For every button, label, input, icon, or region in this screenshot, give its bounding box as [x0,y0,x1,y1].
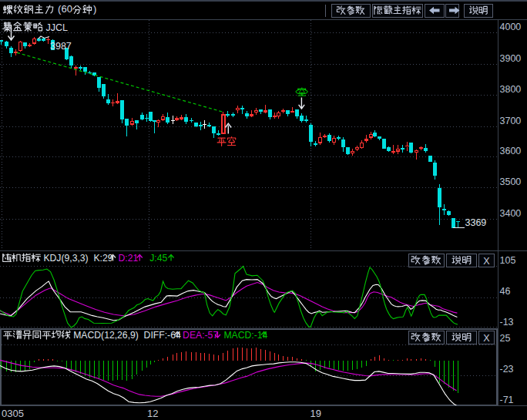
svg-text:3400: 3400 [500,208,522,219]
svg-text:3369: 3369 [465,217,487,228]
svg-text:-13: -13 [500,317,514,328]
svg-text:3600: 3600 [500,146,522,156]
svg-text:): ) [93,3,96,15]
svg-text:X: X [483,333,490,344]
svg-text:3987: 3987 [50,41,72,52]
svg-text:(60: (60 [55,3,72,15]
svg-text:KDJ(9,3,3) K:29: KDJ(9,3,3) K:29 [43,253,112,264]
svg-text:3500: 3500 [500,176,522,187]
svg-text:105: 105 [500,255,516,266]
svg-text:X: X [483,256,490,267]
svg-text:J:45: J:45 [149,253,167,264]
svg-text:MACD:-14: MACD:-14 [223,330,267,341]
svg-text:19: 19 [310,408,321,419]
svg-text:3900: 3900 [500,53,522,64]
svg-text:3700: 3700 [500,116,522,126]
svg-text:46: 46 [500,286,511,297]
svg-text:4000: 4000 [500,22,522,32]
svg-text:JJCL: JJCL [46,22,69,33]
svg-text:-23: -23 [500,364,514,375]
svg-text:DEA:-57: DEA:-57 [183,330,218,341]
svg-text:MACD(12,26,9) DIFF:-64: MACD(12,26,9) DIFF:-64 [73,330,181,341]
svg-text:12: 12 [147,408,158,419]
svg-text:D:21: D:21 [119,253,139,264]
svg-text:0305: 0305 [2,408,24,419]
svg-text:25: 25 [500,333,511,344]
svg-text:3800: 3800 [500,84,522,95]
svg-text:-71: -71 [500,395,514,405]
